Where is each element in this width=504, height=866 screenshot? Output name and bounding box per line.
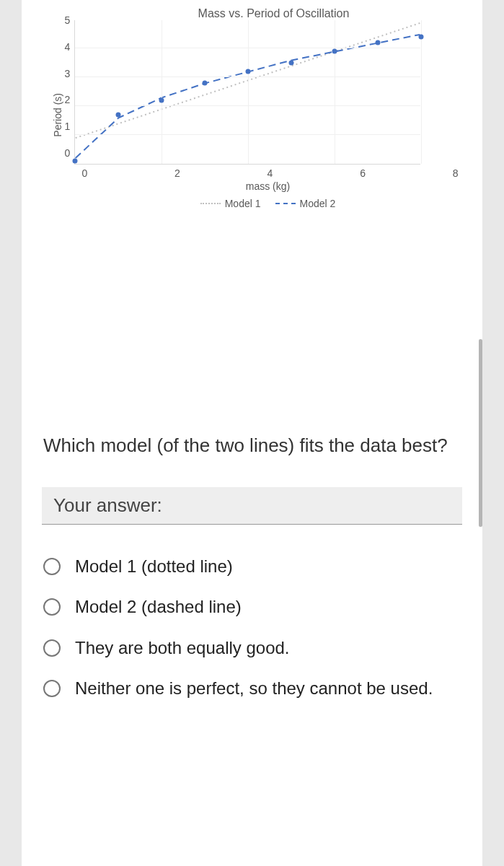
data-point: [246, 69, 251, 74]
data-point: [332, 49, 337, 54]
data-point: [116, 113, 121, 118]
ytick: 4: [65, 41, 71, 53]
data-point: [73, 159, 78, 164]
data-point: [376, 40, 381, 45]
scrollbar-thumb[interactable]: [479, 339, 482, 527]
data-point: [419, 35, 424, 40]
answer-header: Your answer:: [42, 487, 462, 525]
y-axis-ticks: 5 4 3 2 1 0: [65, 14, 75, 159]
plot-area: [74, 20, 420, 165]
legend-item-model1: Model 1: [200, 198, 261, 209]
xtick: 4: [268, 167, 273, 179]
question-text: Which model (of the two lines) fits the …: [36, 411, 468, 487]
legend-label: Model 2: [300, 198, 336, 209]
data-point: [289, 61, 294, 66]
page: Mass vs. Period of Oscillation Period (s…: [22, 0, 482, 866]
radio-icon: [43, 680, 61, 697]
x-axis-ticks: 0 2 4 6 8: [82, 165, 459, 179]
ytick: 1: [65, 121, 71, 132]
radio-icon: [43, 598, 61, 616]
ytick: 3: [65, 68, 71, 79]
xtick: 2: [174, 167, 180, 179]
xtick: 8: [453, 167, 459, 179]
chart-title: Mass vs. Period of Oscillation: [50, 7, 454, 20]
chart: Mass vs. Period of Oscillation Period (s…: [50, 0, 454, 209]
option-model2[interactable]: Model 2 (dashed line): [43, 587, 461, 627]
ytick: 5: [65, 14, 71, 26]
option-label: Model 1 (dotted line): [75, 555, 461, 578]
xtick: 6: [360, 167, 366, 179]
radio-icon: [43, 558, 61, 575]
option-neither[interactable]: Neither one is perfect, so they cannot b…: [43, 668, 461, 709]
legend-swatch-dashed: [275, 203, 296, 204]
answer-options: Model 1 (dotted line) Model 2 (dashed li…: [36, 546, 468, 709]
data-point: [159, 98, 164, 103]
legend-item-model2: Model 2: [275, 198, 336, 209]
legend-label: Model 1: [225, 198, 261, 209]
option-label: Model 2 (dashed line): [75, 595, 461, 618]
option-label: They are both equally good.: [75, 637, 461, 660]
radio-icon: [43, 639, 61, 657]
option-model1[interactable]: Model 1 (dotted line): [43, 546, 461, 587]
option-label: Neither one is perfect, so they cannot b…: [75, 677, 461, 700]
xtick: 0: [82, 167, 88, 179]
ytick: 0: [65, 147, 71, 159]
option-equally-good[interactable]: They are both equally good.: [43, 628, 461, 668]
y-axis-label: Period (s): [50, 93, 65, 137]
chart-legend: Model 1 Model 2: [82, 192, 454, 209]
x-axis-label: mass (kg): [82, 179, 454, 192]
data-point: [203, 81, 208, 86]
legend-swatch-dotted: [200, 203, 221, 204]
ytick: 2: [65, 94, 71, 105]
